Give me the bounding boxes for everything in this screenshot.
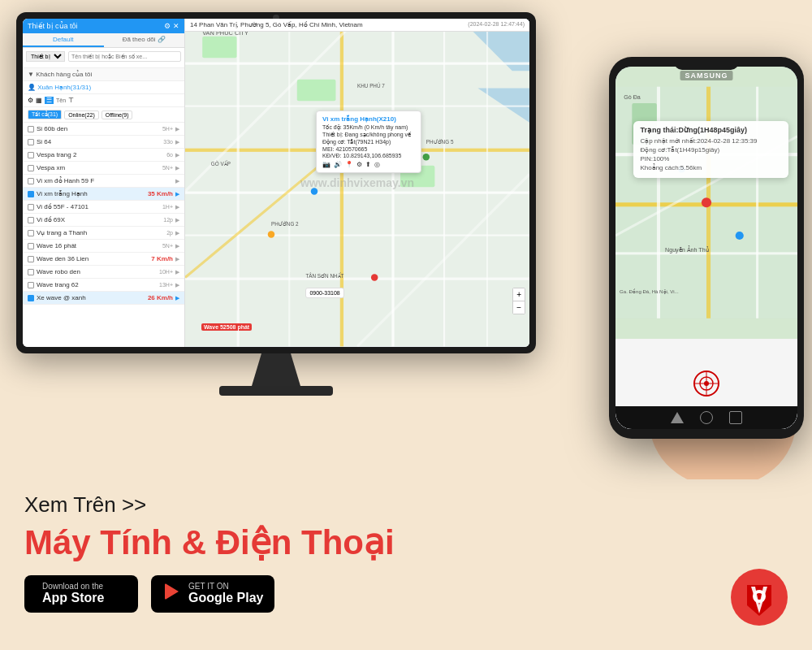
svg-text:GÒ VẤP: GÒ VẤP xyxy=(211,160,231,167)
svg-text:PHƯỜNG 5: PHƯỜNG 5 xyxy=(426,139,454,145)
popup-action-icon[interactable]: ⚙ xyxy=(356,161,362,168)
device-checkbox[interactable] xyxy=(28,256,34,262)
monitor: Thiết bị của tôi ⚙ ✕ Default Đã theo dõi… xyxy=(16,12,536,410)
phone-map[interactable]: Gò Đa Đ. Lăng Nguyễn Ảnh Thủ Ga. Đồng Đá… xyxy=(615,67,797,339)
svg-point-22 xyxy=(268,231,274,237)
device-checkbox[interactable] xyxy=(28,152,34,158)
svg-rect-8 xyxy=(288,20,290,347)
device-checkbox[interactable] xyxy=(28,191,34,197)
bottom-left: Xem Trên >> Máy Tính & Điện Thoại Downlo… xyxy=(24,492,788,612)
device-checkbox[interactable] xyxy=(28,295,34,301)
filter-all[interactable]: Tất cả(31) xyxy=(28,110,62,119)
list-item[interactable]: Vespa xm 5N+ ▶ xyxy=(23,162,184,175)
phone-frame: SAMSUNG xyxy=(609,57,804,439)
phone-distance: Khoảng cách:5.56km xyxy=(640,164,781,171)
list-icon[interactable]: ☰ xyxy=(45,97,54,104)
device-checkbox[interactable] xyxy=(28,165,34,171)
filter-icon: ⚙ xyxy=(28,97,33,104)
signal-icon: ▶ xyxy=(175,191,179,197)
popup-action-icon[interactable]: ⬆ xyxy=(365,161,371,168)
list-item[interactable]: Wave 16 phát 5N+ ▶ xyxy=(23,240,184,253)
main-container: Thiết bị của tôi ⚙ ✕ Default Đã theo dõi… xyxy=(0,0,812,650)
popup-action-icon[interactable]: 🔊 xyxy=(334,161,342,168)
see-on-text: Xem Trên >> xyxy=(24,492,788,518)
back-button[interactable] xyxy=(671,412,684,423)
map-header: 14 Phan Văn Trị, Phường 5, Gò Vấp, Hồ Ch… xyxy=(185,19,529,32)
phone-number-label: 0900-33108 xyxy=(305,288,343,298)
svg-rect-12 xyxy=(486,20,488,347)
list-item[interactable]: Vụ trang a Thanh 2p ▶ xyxy=(23,227,184,240)
sidebar-header: Thiết bị của tôi ⚙ ✕ xyxy=(23,19,184,33)
app-sidebar: Thiết bị của tôi ⚙ ✕ Default Đã theo dõi… xyxy=(23,19,185,347)
sidebar-title: Thiết bị của tôi xyxy=(28,22,78,30)
list-item[interactable]: Wave robo den 10H+ ▶ xyxy=(23,266,184,279)
list-item[interactable]: Vespa trang 2 6o ▶ xyxy=(23,149,184,162)
filter-offline[interactable]: Offline(9) xyxy=(102,110,133,119)
phone-pin: PIN:100% xyxy=(640,155,781,162)
popup-action-icon[interactable]: 📷 xyxy=(322,161,330,168)
signal-icon: ▶ xyxy=(175,256,179,262)
store-buttons: Download on the App Store xyxy=(24,575,788,613)
google-play-button[interactable]: GET IT ON Google Play xyxy=(151,575,274,613)
zoom-in-button[interactable]: + xyxy=(513,288,525,301)
tab-followed[interactable]: Đã theo dõi 🔗 xyxy=(104,33,185,47)
list-item[interactable]: Vi xm trắng Hạnh 35 Km/h ▶ xyxy=(23,188,184,201)
popup-coords: KĐ/VĐ: 10.829143,106.685935 xyxy=(322,153,415,158)
app-store-button[interactable]: Download on the App Store xyxy=(24,575,138,613)
device-checkbox[interactable] xyxy=(28,139,34,145)
device-checkbox[interactable] xyxy=(28,126,34,132)
filter-online[interactable]: Online(22) xyxy=(64,110,99,119)
device-checkbox[interactable] xyxy=(28,243,34,249)
grid-icon[interactable]: ▦ xyxy=(36,97,42,104)
svg-text:TÂN SƠN NHẤT: TÂN SƠN NHẤT xyxy=(305,272,343,279)
tab-default[interactable]: Default xyxy=(23,33,104,47)
filter-tabs: Tất cả(31) Online(22) Offline(9) xyxy=(23,107,184,123)
signal-icon: ▶ xyxy=(175,139,179,145)
google-play-small-text: GET IT ON xyxy=(188,582,263,591)
search-input[interactable] xyxy=(68,51,181,62)
list-item[interactable]: Vi đồ 69X 12p ▶ xyxy=(23,214,184,227)
home-button[interactable] xyxy=(700,411,713,424)
app-store-small-text: Download on the xyxy=(42,582,104,591)
recents-button[interactable] xyxy=(729,411,742,424)
device-checkbox[interactable] xyxy=(28,269,34,275)
phone-engine: Động cơ:Tắt(1H49p15giây) xyxy=(640,146,781,154)
svg-rect-17 xyxy=(297,80,336,102)
svg-point-20 xyxy=(311,188,317,194)
map-area[interactable]: 14 Phan Văn Trị, Phường 5, Gò Vấp, Hồ Ch… xyxy=(185,19,529,347)
monitor-base xyxy=(219,386,333,396)
sort-icon[interactable]: ⊤ xyxy=(68,97,74,104)
signal-icon: ▶ xyxy=(175,178,179,184)
device-checkbox[interactable] xyxy=(28,282,34,288)
monitor-frame: Thiết bị của tôi ⚙ ✕ Default Đã theo dõi… xyxy=(16,12,536,353)
monitor-stand xyxy=(252,353,300,386)
svg-rect-16 xyxy=(202,37,236,58)
phone-nav-bar xyxy=(615,406,797,429)
list-item[interactable]: Xe wave @ xanh 26 Km/h ▶ xyxy=(23,292,184,305)
list-item[interactable]: Si 64 33o ▶ xyxy=(23,136,184,149)
sidebar-user[interactable]: 👤 Xuân Hạnh(31/31) xyxy=(23,81,184,94)
svg-text:KHU PHÚ 7: KHU PHÚ 7 xyxy=(357,82,385,89)
popup-action-icon[interactable]: ◎ xyxy=(374,161,380,168)
popup-engine: Động cơ: Tắt(79N21 H34p) xyxy=(322,139,415,145)
list-item[interactable]: Vi đồ 55F - 47101 1H+ ▶ xyxy=(23,201,184,214)
popup-title: Vi xm trắng Hạnh(X210) xyxy=(322,115,415,123)
google-play-big-text: Google Play xyxy=(188,591,263,605)
device-checkbox[interactable] xyxy=(28,230,34,236)
signal-icon: ▶ xyxy=(175,282,179,288)
sidebar-tabs: Default Đã theo dõi 🔗 xyxy=(23,33,184,48)
list-item[interactable]: Si 60b den 5H+ ▶ xyxy=(23,123,184,136)
google-play-text: GET IT ON Google Play xyxy=(188,582,263,605)
svg-rect-10 xyxy=(391,20,394,347)
device-checkbox[interactable] xyxy=(28,217,34,223)
device-checkbox[interactable] xyxy=(28,204,34,210)
popup-action-icon[interactable]: 📍 xyxy=(345,161,353,168)
list-item[interactable]: Wave den 36 Lien 7 Km/h ▶ xyxy=(23,253,184,266)
device-type-select[interactable]: Thiết bị xyxy=(26,51,65,62)
zoom-out-button[interactable]: − xyxy=(513,301,525,314)
list-item[interactable]: Vi xm đỏ Hanh 59 F ▶ xyxy=(23,175,184,188)
list-item[interactable]: Wave trang 62 13H+ ▶ xyxy=(23,279,184,292)
device-checkbox[interactable] xyxy=(28,178,34,184)
sidebar-icons: ⚙ ✕ xyxy=(164,22,179,30)
map-timestamp: (2024-02-28 12:47:44) xyxy=(468,21,525,28)
